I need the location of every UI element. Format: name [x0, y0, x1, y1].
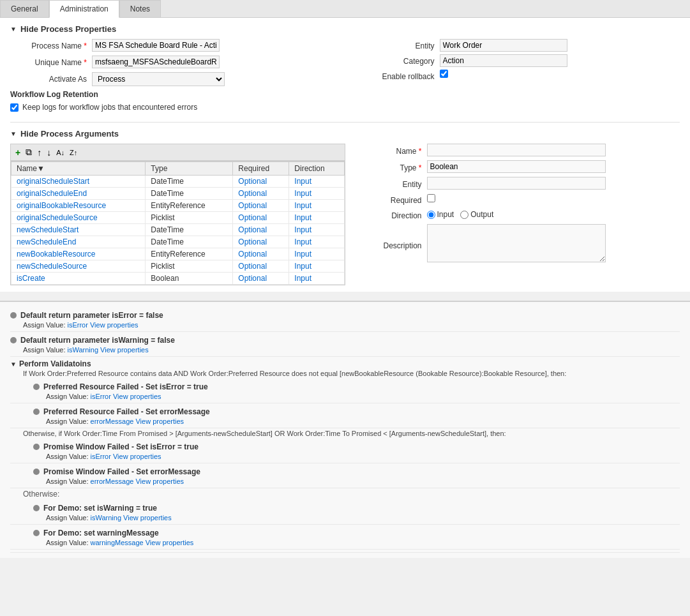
- arg-name-link[interactable]: newScheduleSource: [17, 262, 87, 271]
- arg-name-link[interactable]: originalScheduleStart: [17, 177, 89, 186]
- arg-name-link[interactable]: newScheduleStart: [17, 225, 79, 234]
- category-input[interactable]: [440, 54, 567, 67]
- arg-entity-wrapper: [427, 177, 680, 190]
- arg-direction-cell: Input: [289, 176, 344, 188]
- arg-type-input[interactable]: [427, 160, 606, 173]
- arg-name-link[interactable]: originalScheduleSource: [17, 213, 98, 222]
- activate-as-select[interactable]: Process: [92, 72, 225, 86]
- table-row[interactable]: newScheduleSource Picklist Optional Inpu…: [11, 260, 345, 273]
- table-row[interactable]: newBookableResource EntityReference Opti…: [11, 248, 345, 260]
- arg-name-link[interactable]: originalBookableResource: [17, 201, 106, 210]
- view-props-pref-iserror[interactable]: View properties: [113, 393, 161, 400]
- step-sub-pref-errmsg: Assign Value: errorMessage View properti…: [33, 417, 680, 425]
- activate-as-row: Activate As Process: [10, 72, 345, 86]
- arg-required-cell: Optional: [233, 212, 289, 224]
- step-main-promise-errmsg: Promise Window Failed - Set errorMessage: [33, 466, 680, 477]
- enable-rollback-checkbox[interactable]: [440, 70, 448, 78]
- copy-argument-button[interactable]: ⧉: [24, 146, 34, 159]
- entity-row: Entity: [358, 39, 680, 52]
- tab-notes[interactable]: Notes: [119, 0, 161, 17]
- move-up-button[interactable]: ↑: [35, 146, 43, 159]
- arg-entity-input[interactable]: [427, 177, 606, 190]
- entity-label: Entity: [358, 39, 435, 52]
- process-properties-header[interactable]: ▼ Hide Process Properties: [10, 24, 680, 34]
- arg-required-cell: Optional: [233, 273, 289, 285]
- arg-required-checkbox[interactable]: [427, 194, 435, 202]
- group-title-validations: Perform Validatoins: [19, 359, 91, 368]
- if-condition-2: Otherwise, if Work Order:Time From Promi…: [10, 428, 680, 439]
- arg-name-link[interactable]: originalScheduleEnd: [17, 189, 87, 198]
- arg-direction-cell: Input: [289, 188, 344, 200]
- arguments-left: + ⧉ ↑ ↓ A↓ Z↑ Name▼ Type Required: [10, 144, 345, 285]
- table-row[interactable]: isCreate Boolean Optional Input: [11, 273, 345, 285]
- tab-general[interactable]: General: [0, 0, 49, 17]
- view-props-pref-errmsg[interactable]: View properties: [135, 417, 184, 425]
- arg-required-cell: Optional: [233, 248, 289, 260]
- add-argument-button[interactable]: +: [13, 146, 22, 159]
- process-name-required: *: [84, 41, 87, 50]
- if-condition-1: If Work Order:Preferred Resource contain…: [10, 368, 680, 379]
- arg-direction-cell: Input: [289, 248, 344, 260]
- table-row[interactable]: originalScheduleStart DateTime Optional …: [11, 176, 345, 188]
- entity-input[interactable]: [440, 39, 567, 52]
- category-row: Category: [358, 54, 680, 67]
- view-props-demo-iswarning[interactable]: View properties: [123, 514, 172, 522]
- arguments-section: ▼ Hide Process Arguments + ⧉ ↑ ↓ A↓ Z↑: [10, 129, 680, 285]
- collapse-arrow-properties: ▼: [10, 26, 17, 33]
- arguments-table: Name▼ Type Required Direction originalSc…: [11, 162, 345, 285]
- process-name-row: Process Name *: [10, 39, 345, 52]
- step-title-pref-iserror: Preferred Resource Failed - Set isError …: [43, 382, 208, 391]
- arg-name-input[interactable]: [427, 144, 606, 156]
- view-props-promise-iserror[interactable]: View properties: [113, 453, 161, 460]
- arg-required-wrapper: [427, 194, 680, 204]
- arg-direction-cell: Input: [289, 260, 344, 273]
- arg-direction-input-radio[interactable]: [427, 211, 435, 219]
- arg-name-link[interactable]: newScheduleEnd: [17, 237, 76, 246]
- col-name[interactable]: Name▼: [11, 162, 146, 176]
- arg-name-link[interactable]: newBookableResource: [17, 250, 95, 259]
- step-row-promise-errmsg: Promise Window Failed - Set errorMessage…: [10, 463, 680, 488]
- entity-input-wrapper: [440, 39, 680, 52]
- group-label-validations: ▼ Perform Validatoins: [10, 359, 680, 368]
- sort-az-button[interactable]: A↓: [54, 147, 66, 158]
- table-row[interactable]: newScheduleEnd DateTime Optional Input: [11, 236, 345, 248]
- step-sub-iserror: Assign Value: isError View properties: [10, 321, 680, 329]
- tab-bar: General Administration Notes: [0, 0, 690, 18]
- arg-direction-cell: Input: [289, 273, 344, 285]
- arg-type-cell: EntityReference: [146, 200, 233, 212]
- collapse-arrow-arguments: ▼: [10, 130, 17, 137]
- process-name-label: Process Name *: [10, 39, 87, 52]
- arg-direction-output-radio[interactable]: [460, 211, 469, 219]
- tab-administration[interactable]: Administration: [49, 0, 119, 18]
- table-row[interactable]: originalScheduleSource Picklist Optional…: [11, 212, 345, 224]
- arg-description-textarea[interactable]: [427, 224, 606, 262]
- arg-type-cell: DateTime: [146, 224, 233, 236]
- unique-name-input[interactable]: [92, 56, 220, 68]
- view-props-iswarning[interactable]: View properties: [100, 346, 149, 354]
- arg-type-cell: DateTime: [146, 188, 233, 200]
- arguments-header[interactable]: ▼ Hide Process Arguments: [10, 129, 680, 139]
- process-name-input[interactable]: [92, 39, 220, 52]
- table-row[interactable]: originalScheduleEnd DateTime Optional In…: [11, 188, 345, 200]
- table-row[interactable]: newScheduleStart DateTime Optional Input: [11, 224, 345, 236]
- workflow-log-checkbox[interactable]: [10, 103, 19, 112]
- arg-type-wrapper: [427, 160, 680, 173]
- step-main-demo-iswarning: For Demo: set isWarning = true: [33, 502, 680, 514]
- move-down-button[interactable]: ↓: [45, 146, 53, 159]
- arg-direction-cell: Input: [289, 236, 344, 248]
- arg-name-link[interactable]: isCreate: [17, 274, 45, 283]
- sort-za-button[interactable]: Z↑: [68, 147, 79, 158]
- table-row[interactable]: originalBookableResource EntityReference…: [11, 200, 345, 212]
- step-title-promise-errmsg: Promise Window Failed - Set errorMessage: [43, 467, 200, 476]
- arg-entity-label: Entity: [358, 177, 422, 189]
- step-title-demo-warnmsg: For Demo: set warningMessage: [43, 529, 159, 537]
- view-props-promise-errmsg[interactable]: View properties: [135, 477, 184, 485]
- arg-form: Name * Type * Entity Requir: [358, 144, 680, 264]
- step-main-promise-iserror: Promise Window Failed - Set isError = tr…: [33, 441, 680, 453]
- arg-direction-cell: Input: [289, 212, 344, 224]
- unique-name-required: *: [84, 58, 87, 67]
- arg-direction-output-text: Output: [470, 210, 493, 219]
- view-props-demo-warnmsg[interactable]: View properties: [146, 539, 194, 546]
- view-props-iserror[interactable]: View properties: [90, 321, 139, 329]
- step-title-iserror: Default return parameter isError = false: [20, 311, 163, 320]
